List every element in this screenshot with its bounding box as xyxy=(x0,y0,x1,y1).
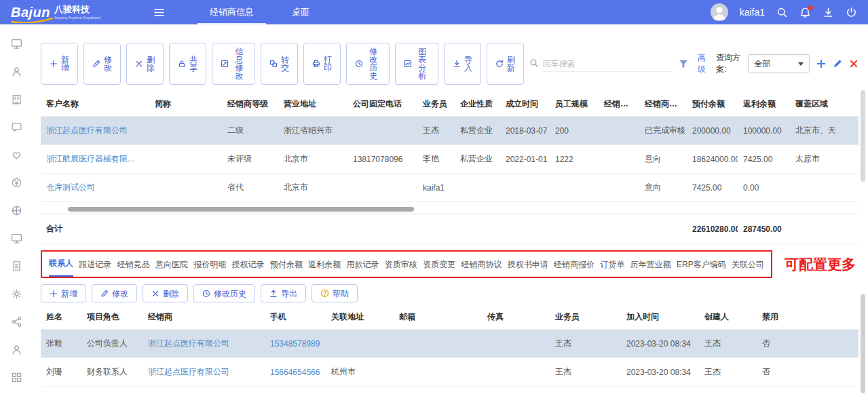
advanced-search-link[interactable]: 高级 xyxy=(698,52,709,75)
power-icon[interactable] xyxy=(846,7,857,18)
detail-tab[interactable]: 订货单 xyxy=(600,259,624,277)
column-header[interactable]: 覆盖区域 xyxy=(790,92,858,117)
horizontal-scrollbar-thumb[interactable] xyxy=(68,207,414,212)
detail-tab[interactable]: 联系人 xyxy=(49,258,73,277)
column-header[interactable]: 项目角色 xyxy=(81,304,143,330)
delete-query-plan-icon[interactable] xyxy=(849,59,858,68)
dealer-row[interactable]: 仓库测试公司省代北京市kaifa1意向7425.000.00 xyxy=(41,174,858,202)
column-header[interactable]: 预付余额 xyxy=(687,92,738,117)
download-icon[interactable] xyxy=(823,7,834,18)
sidebar-item-heart[interactable] xyxy=(11,149,22,163)
cell-link[interactable]: 浙江航展医疗器械有限... xyxy=(46,154,134,163)
column-header[interactable]: 邮箱 xyxy=(394,304,482,330)
hamburger-menu-icon[interactable] xyxy=(153,7,165,18)
query-plan-select[interactable]: 全部 xyxy=(748,54,810,73)
refresh-button[interactable]: 刷新 xyxy=(487,43,524,85)
sidebar-item-coin[interactable] xyxy=(11,177,22,191)
info-modify-button[interactable]: 信息修改 xyxy=(212,43,255,85)
sidebar-item-grid[interactable] xyxy=(11,372,22,385)
transfer-button[interactable]: 转交 xyxy=(261,43,298,85)
contact-modify-button[interactable]: 修改 xyxy=(92,284,137,302)
column-header[interactable]: 公司固定电话 xyxy=(347,92,417,117)
filter-funnel-icon[interactable] xyxy=(679,59,688,68)
column-header[interactable]: 创建人 xyxy=(699,304,757,330)
edit-query-plan-icon[interactable] xyxy=(833,59,842,68)
column-header[interactable]: 姓名 xyxy=(41,304,81,330)
detail-tab[interactable]: ERP客户编码 xyxy=(677,259,726,277)
detail-tab[interactable]: 跟进记录 xyxy=(79,259,111,277)
column-header[interactable]: 业务员 xyxy=(550,304,621,330)
sidebar-item-share[interactable] xyxy=(11,316,22,330)
detail-tab[interactable]: 经销商报价 xyxy=(554,259,595,277)
sidebar-item-doc[interactable] xyxy=(11,260,22,274)
contacts-vertical-scrollbar-thumb[interactable] xyxy=(861,294,865,393)
search-icon[interactable] xyxy=(776,7,788,18)
detail-tab[interactable]: 经销竞品 xyxy=(117,259,150,277)
sidebar-item-user[interactable] xyxy=(11,66,22,79)
cell-link[interactable]: 浙江起点医疗有限公司 xyxy=(46,125,128,135)
detail-tab[interactable]: 授权记录 xyxy=(232,259,265,277)
column-header[interactable]: 加入时间 xyxy=(621,304,699,330)
sidebar-item-monitor[interactable] xyxy=(11,233,22,246)
username[interactable]: kaifa1 xyxy=(740,7,765,18)
column-header[interactable]: 企业性质 xyxy=(455,92,500,117)
detail-tab[interactable]: 预付余额 xyxy=(270,259,303,277)
detail-tab[interactable]: 资质变更 xyxy=(423,259,455,277)
add-query-plan-icon[interactable] xyxy=(816,59,826,68)
column-header[interactable]: 传真 xyxy=(482,304,550,330)
modify-button[interactable]: 修改 xyxy=(83,43,121,85)
sidebar-item-gear[interactable] xyxy=(11,288,22,302)
cell-link[interactable]: 浙江起点医疗有限公司 xyxy=(148,338,229,348)
cell-link[interactable]: 15348578989 xyxy=(270,339,320,349)
contact-row[interactable]: 刘珊财务联系人浙江起点医疗有限公司15664654566杭州市王杰2023-03… xyxy=(41,358,858,387)
column-header[interactable]: 经销商账号 xyxy=(599,92,639,117)
contact-row[interactable]: 刘婷婷项目负责人浙江起点医疗有限公司15656455692王杰2023-03-2… xyxy=(41,387,858,394)
column-header[interactable]: 经销商 xyxy=(143,304,265,330)
delete-button[interactable]: 删除 xyxy=(126,43,164,85)
column-header[interactable]: 客户名称 xyxy=(41,92,149,117)
detail-tab[interactable]: 关联公司 xyxy=(732,259,764,277)
detail-tab[interactable]: 历年营业额 xyxy=(630,259,671,277)
help-button[interactable]: 帮助 xyxy=(312,284,358,302)
add-button[interactable]: 新增 xyxy=(41,43,78,85)
detail-tab[interactable]: 授权书申请 xyxy=(508,259,548,277)
sidebar-item-user[interactable] xyxy=(11,344,22,357)
column-header[interactable]: 手机 xyxy=(265,304,326,330)
cell-link[interactable]: 15664654566 xyxy=(270,368,320,377)
detail-tab[interactable]: 返利余额 xyxy=(308,259,341,277)
contact-delete-button[interactable]: 删除 xyxy=(143,284,188,302)
contact-row[interactable]: 张毅公司负责人浙江起点医疗有限公司15348578989王杰2023-03-20… xyxy=(41,330,858,358)
contact-add-button[interactable]: 新增 xyxy=(41,284,86,302)
column-header[interactable]: 营业地址 xyxy=(278,92,347,117)
column-header[interactable]: 简称 xyxy=(149,92,222,117)
detail-tab[interactable]: 意向医院 xyxy=(155,259,188,277)
import-button[interactable]: 导入 xyxy=(444,43,481,85)
column-header[interactable]: 经销商状态 xyxy=(639,92,687,117)
dealer-row[interactable]: 浙江起点医疗有限公司二级浙江省绍兴市王杰私营企业2018-03-07200已完成… xyxy=(41,117,858,145)
column-header[interactable]: 员工规模 xyxy=(550,92,599,117)
search-input[interactable] xyxy=(543,56,672,72)
detail-tab[interactable]: 用款记录 xyxy=(347,259,379,277)
modify-history-button[interactable]: 修改历史 xyxy=(346,43,390,85)
dealer-row[interactable]: 浙江航展医疗器械有限...未评级北京市13817078096李艳私营企业2022… xyxy=(41,145,858,174)
detail-tab[interactable]: 报价明细 xyxy=(193,259,226,277)
chart-analysis-button[interactable]: 图表分析 xyxy=(395,43,438,85)
share-button[interactable]: 共享 xyxy=(169,43,206,85)
navbar-tab[interactable]: 经销商信息 xyxy=(191,0,273,24)
sidebar-item-monitor[interactable] xyxy=(11,38,22,52)
bell-icon[interactable] xyxy=(799,7,811,18)
user-avatar[interactable] xyxy=(711,3,728,21)
column-header[interactable]: 业务员 xyxy=(417,92,455,117)
sidebar-item-chat[interactable] xyxy=(11,121,22,135)
navbar-tab[interactable]: 桌面 xyxy=(273,0,328,24)
column-header[interactable]: 禁用 xyxy=(757,304,858,330)
column-header[interactable]: 关联地址 xyxy=(326,304,394,330)
export-button[interactable]: 导出 xyxy=(261,284,306,302)
sidebar-item-globe[interactable] xyxy=(11,205,22,218)
cell-link[interactable]: 浙江起点医疗有限公司 xyxy=(148,367,229,376)
detail-tab[interactable]: 资质审核 xyxy=(385,259,417,277)
dealer-vertical-scrollbar-thumb[interactable] xyxy=(861,90,865,182)
column-header[interactable]: 成立时间 xyxy=(500,92,550,117)
column-header[interactable]: 经销商等级 xyxy=(222,92,278,117)
detail-tab[interactable]: 经销商协议 xyxy=(461,259,502,277)
